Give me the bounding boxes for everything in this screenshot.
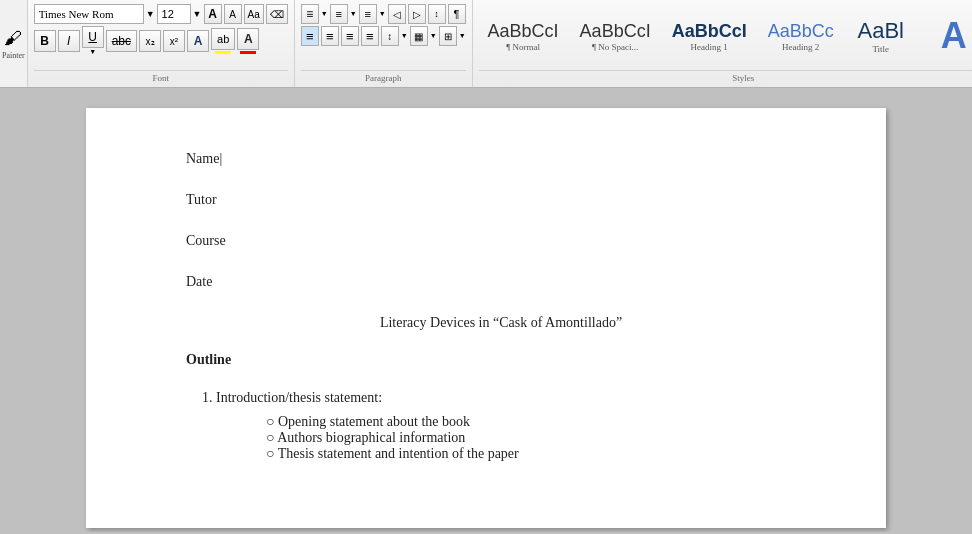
text-effects-button[interactable]: A [187,30,209,52]
style-title-label: Title [872,44,889,54]
borders-arrow[interactable]: ▼ [459,32,466,40]
shrink-font-button[interactable]: A [224,4,242,24]
bullet-list: Opening statement about the book Authors… [266,414,816,462]
superscript-button[interactable]: x² [163,30,185,52]
underline-arrow[interactable]: ▼ [89,48,96,56]
style-extra-preview: A [941,18,967,54]
numbered-item-1: Introduction/thesis statement: [216,390,816,406]
multilevel-arrow[interactable]: ▼ [379,10,386,18]
para-row-2: ≡ ≡ ≡ ≡ ↕ ▼ ▦ ▼ ⊞ ▼ [301,26,466,46]
borders-button[interactable]: ⊞ [439,26,457,46]
style-heading1-preview: AaBbCcI [672,22,747,40]
multilevel-list-button[interactable]: ≡ [359,4,377,24]
show-formatting-button[interactable]: ¶ [448,4,466,24]
font-color-bar [240,51,256,54]
paragraph-section-label: Paragraph [301,70,466,83]
font-name-dropdown-arrow[interactable]: ▼ [146,9,155,19]
font-row-2: B I U ▼ abc x₂ x² A ab A [34,26,288,56]
ribbon: 🖌 Painter ▼ ▼ A A Aa ⌫ B I U ▼ abc x₂ x²… [0,0,972,88]
font-section-label: Font [34,70,288,83]
shading-arrow[interactable]: ▼ [430,32,437,40]
line-spacing-arrow[interactable]: ▼ [401,32,408,40]
style-title[interactable]: AaBl Title [846,7,916,67]
style-heading1-label: Heading 1 [691,42,728,52]
document-area: Name Tutor Course Date Literacy Devices … [0,88,972,532]
underline-button[interactable]: U [82,26,104,48]
document-page[interactable]: Name Tutor Course Date Literacy Devices … [86,108,886,528]
font-size-dropdown-arrow[interactable]: ▼ [193,9,202,19]
font-row-1: ▼ ▼ A A Aa ⌫ [34,4,288,24]
text-effects-wrapper: A [187,30,209,52]
align-right-button[interactable]: ≡ [341,26,359,46]
doc-title-line: Literacy Devices in “Cask of Amontillado… [186,312,816,333]
line-spacing-button[interactable]: ↕ [381,26,399,46]
styles-section-label: Styles [479,70,972,83]
numbering-arrow[interactable]: ▼ [350,10,357,18]
grow-font-button[interactable]: A [204,4,222,24]
bold-button[interactable]: B [34,30,56,52]
highlight-button[interactable]: ab [211,28,235,50]
style-nospacing-preview: AaBbCcI [580,22,651,40]
align-center-button[interactable]: ≡ [321,26,339,46]
style-extra[interactable]: A [919,7,972,67]
numbered-list: Introduction/thesis statement: [216,390,816,406]
clear-format-button[interactable]: ⌫ [266,4,288,24]
italic-button[interactable]: I [58,30,80,52]
font-size-input[interactable] [157,4,191,24]
bullet-item-3: Thesis statement and intention of the pa… [266,446,816,462]
justify-button[interactable]: ≡ [361,26,379,46]
font-color-wrapper: A [237,28,259,54]
bullets-button[interactable]: ≡ [301,4,319,24]
subscript-button[interactable]: x₂ [139,30,161,52]
style-heading1[interactable]: AaBbCcI Heading 1 [663,7,756,67]
change-case-button[interactable]: Aa [244,4,264,24]
painter-icon: 🖌 [4,28,22,49]
increase-indent-button[interactable]: ▷ [408,4,426,24]
style-heading2-label: Heading 2 [782,42,819,52]
font-section: ▼ ▼ A A Aa ⌫ B I U ▼ abc x₂ x² A ab [28,0,295,87]
paragraph-section: ≡ ▼ ≡ ▼ ≡ ▼ ◁ ▷ ↕ ¶ ≡ ≡ ≡ ≡ ↕ ▼ ▦ ▼ ⊞ ▼ … [295,0,473,87]
font-color-button[interactable]: A [237,28,259,50]
painter-label: Painter [2,51,25,60]
style-nospacing[interactable]: AaBbCcI ¶ No Spaci... [571,7,660,67]
tutor-line: Tutor [186,189,816,210]
highlight-color-bar [215,51,231,54]
format-painter[interactable]: 🖌 Painter [0,0,28,87]
bullet-item-1: Opening statement about the book [266,414,816,430]
bullet-item-2: Authors biographical information [266,430,816,446]
date-line: Date [186,271,816,292]
numbering-button[interactable]: ≡ [330,4,348,24]
font-name-input[interactable] [34,4,144,24]
style-normal-preview: AaBbCcI [488,22,559,40]
shading-button[interactable]: ▦ [410,26,428,46]
style-normal-label: ¶ Normal [506,42,540,52]
align-left-button[interactable]: ≡ [301,26,319,46]
styles-section: AaBbCcI ¶ Normal AaBbCcI ¶ No Spaci... A… [473,0,972,87]
strikethrough-button[interactable]: abc [106,30,137,52]
style-heading2[interactable]: AaBbCc Heading 2 [759,7,843,67]
styles-row: AaBbCcI ¶ Normal AaBbCcI ¶ No Spaci... A… [479,4,972,70]
highlight-wrapper: ab [211,28,235,54]
sort-button[interactable]: ↕ [428,4,446,24]
decrease-indent-button[interactable]: ◁ [388,4,406,24]
outline-heading: Outline [186,349,816,370]
style-normal[interactable]: AaBbCcI ¶ Normal [479,7,568,67]
bullets-arrow[interactable]: ▼ [321,10,328,18]
underline-wrapper: U ▼ [82,26,104,56]
style-title-preview: AaBl [857,20,903,42]
style-nospacing-label: ¶ No Spaci... [592,42,638,52]
course-line: Course [186,230,816,251]
style-heading2-preview: AaBbCc [768,22,834,40]
para-row-1: ≡ ▼ ≡ ▼ ≡ ▼ ◁ ▷ ↕ ¶ [301,4,466,24]
name-line: Name [186,148,816,169]
